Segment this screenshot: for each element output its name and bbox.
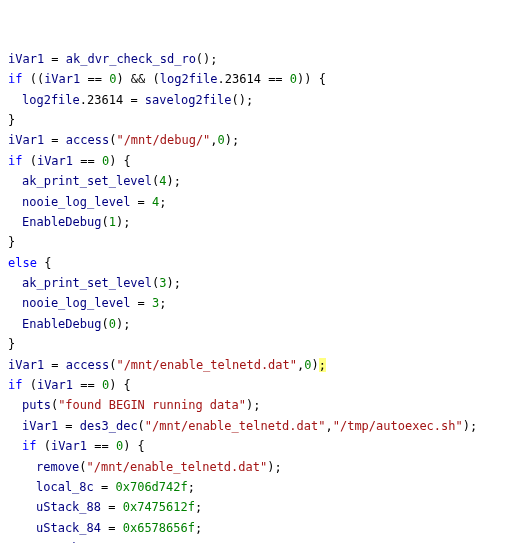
punct: )) {	[297, 72, 326, 86]
string: "/mnt/enable_telnetd.dat"	[116, 358, 297, 372]
op: =	[101, 500, 123, 514]
code-line: if (iVar1 == 0) {	[8, 436, 513, 456]
code-line: uStack_88 = 0x7475612f;	[8, 497, 513, 517]
brace: }	[8, 235, 15, 249]
punct: )	[312, 358, 319, 372]
num: 1	[109, 215, 116, 229]
string: "/tmp/autoexec.sh"	[333, 419, 463, 433]
punct: ;	[188, 480, 195, 494]
punct: ;	[195, 521, 202, 535]
op: ==	[87, 439, 116, 453]
punct: );	[167, 174, 181, 188]
func: ak_print_set_level	[22, 276, 152, 290]
var: iVar1	[8, 52, 44, 66]
brace: }	[8, 337, 15, 351]
var: uStack_84	[36, 521, 101, 535]
num: 0	[304, 358, 311, 372]
func: savelog2file	[145, 93, 232, 107]
keyword: if	[8, 72, 22, 86]
func: access	[66, 358, 109, 372]
code-line: log2file.23614 = savelog2file();	[8, 90, 513, 110]
brace: {	[37, 256, 51, 270]
punct: (	[22, 378, 36, 392]
code-line: if ((iVar1 == 0) && (log2file.23614 == 0…	[8, 69, 513, 89]
punct: (	[138, 419, 145, 433]
string: "found BEGIN running data"	[58, 398, 246, 412]
op: =	[123, 93, 145, 107]
punct: ) {	[109, 154, 131, 168]
func: access	[66, 133, 109, 147]
code-line: uStack_80 = 0x68732e63;	[8, 538, 513, 543]
var: local_8c	[36, 480, 94, 494]
var: nooie_log_level	[22, 195, 130, 209]
string: "/mnt/debug/"	[116, 133, 210, 147]
func: ak_print_set_level	[22, 174, 152, 188]
code-line: nooie_log_level = 4;	[8, 192, 513, 212]
code-block: iVar1 = ak_dvr_check_sd_ro();if ((iVar1 …	[8, 49, 513, 543]
var: iVar1	[8, 133, 44, 147]
var: iVar1	[51, 439, 87, 453]
var: iVar1	[22, 419, 58, 433]
num: 0	[218, 133, 225, 147]
op: =	[94, 480, 116, 494]
op: ==	[261, 72, 290, 86]
punct: );	[116, 317, 130, 331]
num: 3	[159, 276, 166, 290]
punct: ;	[195, 500, 202, 514]
code-line: iVar1 = access("/mnt/enable_telnetd.dat"…	[8, 355, 513, 375]
punct: ,	[325, 419, 332, 433]
op: =	[44, 52, 66, 66]
punct: ;	[159, 296, 166, 310]
punct: (	[22, 154, 36, 168]
punct: (	[101, 317, 108, 331]
code-line: uStack_84 = 0x6578656f;	[8, 518, 513, 538]
code-line: if (iVar1 == 0) {	[8, 151, 513, 171]
punct: ) {	[123, 439, 145, 453]
punct: ((	[22, 72, 44, 86]
code-line: remove("/mnt/enable_telnetd.dat");	[8, 457, 513, 477]
keyword: if	[8, 378, 22, 392]
op: .	[80, 93, 87, 107]
punct: ();	[196, 52, 218, 66]
brace: }	[8, 113, 15, 127]
op: =	[130, 296, 152, 310]
op: ==	[73, 378, 102, 392]
op: =	[44, 358, 66, 372]
punct: (	[79, 460, 86, 474]
punct: (	[101, 215, 108, 229]
code-line: iVar1 = des3_dec("/mnt/enable_telnetd.da…	[8, 416, 513, 436]
string: "/mnt/enable_telnetd.dat"	[145, 419, 326, 433]
code-line: }	[8, 334, 513, 354]
code-line: ak_print_set_level(3);	[8, 273, 513, 293]
num: 0x706d742f	[115, 480, 187, 494]
code-line: local_8c = 0x706d742f;	[8, 477, 513, 497]
func: EnableDebug	[22, 317, 101, 331]
op: ==	[80, 72, 109, 86]
var: uStack_88	[36, 500, 101, 514]
punct: ;	[159, 195, 166, 209]
code-line: else {	[8, 253, 513, 273]
num: 4	[159, 174, 166, 188]
var: log2file	[160, 72, 218, 86]
num: 0	[109, 317, 116, 331]
func: EnableDebug	[22, 215, 101, 229]
highlight: ;	[319, 358, 326, 372]
op: =	[58, 419, 80, 433]
member: 23614	[225, 72, 261, 86]
code-line: }	[8, 232, 513, 252]
code-line: if (iVar1 == 0) {	[8, 375, 513, 395]
var: iVar1	[8, 358, 44, 372]
code-line: ak_print_set_level(4);	[8, 171, 513, 191]
func: ak_dvr_check_sd_ro	[66, 52, 196, 66]
op: =	[44, 133, 66, 147]
num: 0	[290, 72, 297, 86]
punct: );	[225, 133, 239, 147]
punct: ();	[232, 93, 254, 107]
func: des3_dec	[80, 419, 138, 433]
code-line: }	[8, 110, 513, 130]
func: puts	[22, 398, 51, 412]
keyword: if	[8, 154, 22, 168]
num: 0x6578656f	[123, 521, 195, 535]
punct: );	[167, 276, 181, 290]
string: "/mnt/enable_telnetd.dat"	[87, 460, 268, 474]
